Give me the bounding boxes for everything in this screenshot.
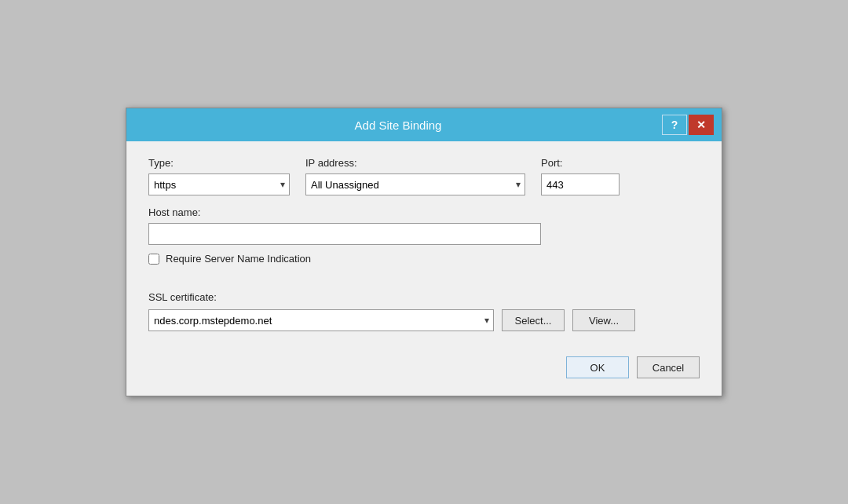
host-name-label: Host name: [148, 206, 700, 218]
type-select[interactable]: https http net.tcp [148, 173, 290, 195]
select-button[interactable]: Select... [502, 309, 565, 331]
bottom-buttons-row: OK Cancel [148, 356, 700, 378]
port-group: Port: 443 [541, 157, 620, 195]
ip-address-group: IP address: All Unassigned 127.0.0.1 [305, 157, 525, 195]
type-ip-port-row: Type: https http net.tcp IP address: All… [148, 157, 700, 195]
ip-address-label: IP address: [305, 157, 525, 169]
host-name-input[interactable] [148, 223, 541, 245]
ok-button[interactable]: OK [566, 356, 629, 378]
view-button[interactable]: View... [572, 309, 635, 331]
ssl-cert-group: SSL certificate: ndes.corp.mstepdemo.net… [148, 291, 700, 350]
spacer [148, 283, 700, 291]
ssl-cert-label: SSL certificate: [148, 291, 700, 303]
ssl-cert-row: ndes.corp.mstepdemo.net Select... View..… [148, 309, 700, 331]
sni-checkbox-row: Require Server Name Indication [148, 253, 700, 265]
title-bar-controls: ? ✕ [662, 115, 714, 135]
dialog-window: Add Site Binding ? ✕ Type: https http ne… [126, 108, 722, 396]
ip-address-select[interactable]: All Unassigned 127.0.0.1 [305, 173, 525, 195]
ssl-select-wrapper: ndes.corp.mstepdemo.net [148, 309, 494, 331]
close-button[interactable]: ✕ [689, 115, 714, 135]
require-sni-label: Require Server Name Indication [166, 253, 311, 265]
ip-select-wrapper: All Unassigned 127.0.0.1 [305, 173, 525, 195]
type-group: Type: https http net.tcp [148, 157, 290, 195]
host-name-group: Host name: [148, 206, 700, 245]
port-label: Port: [541, 157, 620, 169]
title-bar: Add Site Binding ? ✕ [126, 108, 722, 141]
dialog-body: Type: https http net.tcp IP address: All… [126, 141, 722, 396]
type-label: Type: [148, 157, 290, 169]
port-input[interactable]: 443 [541, 173, 620, 195]
help-button[interactable]: ? [662, 115, 687, 135]
ssl-cert-select[interactable]: ndes.corp.mstepdemo.net [148, 309, 494, 331]
cancel-button[interactable]: Cancel [637, 356, 700, 378]
require-sni-checkbox[interactable] [148, 254, 159, 265]
type-select-wrapper: https http net.tcp [148, 173, 290, 195]
dialog-title: Add Site Binding [134, 119, 662, 132]
